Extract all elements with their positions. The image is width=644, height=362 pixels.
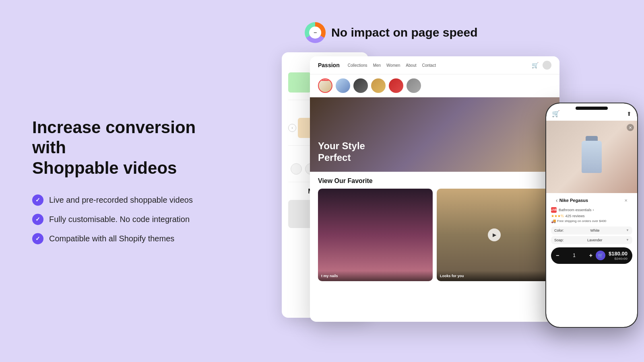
hero-title-line2: Perfect <box>318 152 351 163</box>
soap-dropdown-arrow: ▼ <box>626 238 629 242</box>
price-main: $180.00 <box>609 251 627 257</box>
check-icon-3 <box>32 233 43 245</box>
nav-link-women[interactable]: Women <box>386 63 400 68</box>
quantity-number: 1 <box>562 253 586 258</box>
story-2[interactable] <box>336 78 350 93</box>
live-indicator: LIVE <box>551 207 557 213</box>
check-icon-2 <box>32 214 43 225</box>
color-value: White <box>590 228 600 232</box>
stories-row: LIVE <box>310 74 559 97</box>
product-close[interactable]: ✕ <box>624 198 627 203</box>
feature-item-2: Fully customisable. No code integration <box>32 214 233 225</box>
soap-value: Lavender <box>587 238 603 242</box>
mobile-back-row: ‹ Nike Pegasus ✕ <box>551 197 632 205</box>
heading-line1: Increase conversion with <box>32 118 196 157</box>
nav-link-collections[interactable]: Collections <box>348 63 367 68</box>
color-option[interactable]: Color: White ▼ <box>551 226 632 234</box>
story-circle-1 <box>291 163 302 175</box>
heading-line2: Shoppable videos <box>32 158 177 177</box>
left-section: Increase conversion with Shoppable video… <box>32 117 233 244</box>
mobile-mockup: 🛒 ⬆ ✕ ‹ Nike Pegasus ✕ LIVE Bath <box>545 103 638 328</box>
grid-cell-1 <box>288 72 311 93</box>
live-badge-small: LIVE Bathroom essentials › <box>551 207 594 213</box>
soap-option[interactable]: Soap: Lavender ▼ <box>551 236 632 244</box>
story-3[interactable] <box>353 78 368 93</box>
feature-item-3: Compatible with all Shopify themes <box>32 233 233 245</box>
live-tag: LIVE <box>321 78 329 81</box>
cart-icon-white[interactable]: 🛒 <box>596 251 605 260</box>
soap-label: Soap: <box>554 238 564 242</box>
price-block: $180.00 $240.00 <box>609 251 627 261</box>
color-dropdown-arrow: ▼ <box>626 228 629 232</box>
product-name: Nike Pegasus <box>559 198 588 203</box>
mobile-product-info: ‹ Nike Pegasus ✕ LIVE Bathroom essential… <box>546 193 637 268</box>
hero-banner: Your Style Perfect <box>310 97 559 172</box>
video-card-1-label: t my nails <box>318 271 433 281</box>
story-5[interactable] <box>389 78 403 93</box>
quantity-minus[interactable]: − <box>556 252 559 259</box>
desktop-mockup: Passion Collections Men Women About Cont… <box>310 56 559 322</box>
brand-name: Bathroom essentials <box>559 208 592 212</box>
nav-link-contact[interactable]: Contact <box>422 63 436 68</box>
nav-cart-icon[interactable]: 🛒 <box>532 62 539 68</box>
right-section: Grid Carousel ‹ › Stories <box>282 0 644 362</box>
stars-row: ★★★½ 425 reviews <box>551 214 632 218</box>
nav-link-men[interactable]: Men <box>373 63 381 68</box>
shipping-icon: 🚚 <box>551 219 556 223</box>
video-card-2-label: Looks for you <box>437 271 551 281</box>
free-shipping: 🚚 Free shipping on orders over $400 <box>551 219 632 223</box>
mobile-cart-icon[interactable]: 🛒 <box>552 110 560 117</box>
mobile-share-icon[interactable]: ⬆ <box>627 111 632 117</box>
price-old: $240.00 <box>609 257 627 261</box>
nav-brand: Passion <box>318 62 340 68</box>
hero-title: Your Style Perfect <box>318 140 365 164</box>
stars: ★★★½ <box>551 214 564 218</box>
product-bottle-cap <box>586 136 598 141</box>
color-label: Color: <box>554 228 564 232</box>
mobile-top-bar: 🛒 ⬆ <box>546 103 637 121</box>
back-chevron[interactable]: ‹ <box>556 197 558 204</box>
favorites-section: View Our Favorite t my nails ▶ Looks for… <box>310 172 559 285</box>
story-live[interactable]: LIVE <box>318 78 332 93</box>
nav-links: Collections Men Women About Contact <box>348 63 436 68</box>
product-bottle <box>582 141 602 173</box>
story-6[interactable] <box>407 78 421 93</box>
mobile-notch <box>576 107 608 110</box>
shipping-text: Free shipping on orders over $400 <box>557 219 606 223</box>
nav-link-about[interactable]: About <box>406 63 416 68</box>
nav-icons: 🛒 <box>532 61 551 70</box>
video-grid: t my nails ▶ Looks for you <box>318 189 551 281</box>
nav-avatar[interactable] <box>543 61 551 70</box>
video-card-1[interactable]: t my nails <box>318 189 433 281</box>
feature-list: Live and pre-recorded shoppable videos F… <box>32 195 233 245</box>
carousel-left-arrow[interactable]: ‹ <box>288 124 296 132</box>
play-button[interactable]: ▶ <box>488 228 501 241</box>
mobile-screen: 🛒 ⬆ ✕ ‹ Nike Pegasus ✕ LIVE Bath <box>546 103 637 327</box>
hero-text: Your Style Perfect <box>318 140 365 164</box>
feature-text-3: Compatible with all Shopify themes <box>49 234 174 243</box>
feature-text-1: Live and pre-recorded shoppable videos <box>49 195 193 205</box>
story-4[interactable] <box>371 78 386 93</box>
feature-text-2: Fully customisable. No code integration <box>49 215 190 224</box>
mobile-close-button[interactable]: ✕ <box>627 124 634 131</box>
add-to-cart-bar: − 1 + 🛒 $180.00 $240.00 <box>551 247 632 264</box>
desktop-nav: Passion Collections Men Women About Cont… <box>310 56 559 74</box>
mobile-product-image: ✕ <box>546 121 637 193</box>
main-heading: Increase conversion with Shoppable video… <box>32 117 233 178</box>
hero-title-line1: Your Style <box>318 140 365 151</box>
feature-item-1: Live and pre-recorded shoppable videos <box>32 195 233 206</box>
reviews-count: 425 reviews <box>566 214 585 218</box>
video-card-2[interactable]: ▶ Looks for you <box>437 189 551 281</box>
favorites-title: View Our Favorite <box>318 177 551 185</box>
quantity-plus[interactable]: + <box>589 252 592 259</box>
check-icon-1 <box>32 195 43 206</box>
